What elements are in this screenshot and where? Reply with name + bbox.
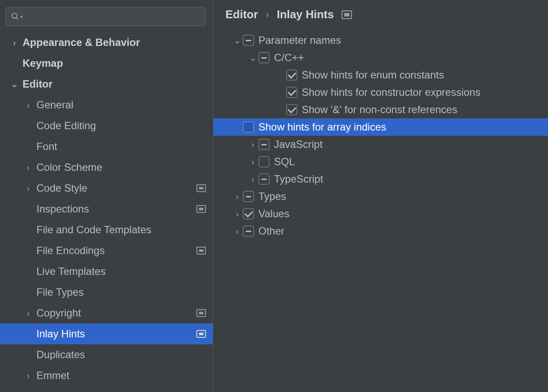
tree-item-label: Parameter names — [258, 34, 341, 46]
sidebar-item-label: Duplicates — [36, 349, 206, 361]
breadcrumb-separator-icon: › — [266, 9, 269, 20]
sidebar-item[interactable]: ›Color Scheme — [0, 157, 213, 178]
project-settings-icon — [196, 247, 206, 255]
sidebar-item[interactable]: Font — [0, 136, 213, 157]
sidebar-item[interactable]: File and Code Templates — [0, 219, 213, 240]
sidebar-item[interactable]: File Types — [0, 282, 213, 303]
checkbox[interactable] — [258, 52, 270, 63]
tree-item-label: Types — [258, 190, 286, 203]
sidebar-item[interactable]: Live Templates — [0, 261, 213, 282]
tree-row[interactable]: Show hints for constructor expressions — [232, 84, 548, 101]
tree-row[interactable]: ›Other — [232, 222, 548, 240]
tree-row[interactable]: ›Types — [232, 188, 548, 205]
checkbox[interactable] — [258, 173, 270, 185]
project-settings-icon — [196, 184, 206, 192]
tree-item-label: C/C++ — [274, 52, 304, 64]
tree-row[interactable]: ›SQL — [232, 153, 548, 170]
project-settings-icon — [196, 309, 206, 317]
sidebar-item-label: File and Code Templates — [36, 224, 206, 236]
sidebar-item-label: Emmet — [36, 369, 206, 382]
checkbox[interactable] — [258, 139, 270, 150]
checkbox[interactable] — [286, 69, 297, 81]
tree-item-label: Show hints for enum constants — [302, 69, 444, 81]
chevron-right-icon: › — [23, 163, 33, 173]
sidebar-item[interactable]: ›Emmet — [0, 365, 213, 386]
sidebar-item-label: Color Scheme — [36, 161, 206, 173]
sidebar-nav: ›Appearance & BehaviorKeymap⌄Editor›Gene… — [0, 30, 213, 392]
chevron-right-icon: › — [247, 157, 258, 167]
chevron-right-icon: › — [23, 308, 33, 318]
chevron-right-icon: › — [10, 38, 19, 48]
svg-line-1 — [16, 18, 18, 20]
sidebar-item[interactable]: ›Copyright — [0, 303, 213, 323]
tree-row[interactable]: Show hints for enum constants — [232, 66, 548, 84]
tree-item-label: Show hints for array indices — [258, 121, 386, 133]
chevron-down-icon: ⌄ — [232, 35, 243, 46]
sidebar-item-label: Inspections — [36, 203, 193, 215]
tree-row[interactable]: Show '&' for non-const references — [232, 101, 548, 118]
sidebar-item[interactable]: Code Editing — [0, 115, 213, 136]
checkbox[interactable] — [243, 121, 254, 133]
search-dropdown-icon: ▾ — [20, 14, 23, 19]
sidebar-item[interactable]: Inspections — [0, 199, 213, 219]
sidebar-item-label: Keymap — [23, 57, 206, 69]
checkbox[interactable] — [286, 104, 297, 115]
chevron-right-icon: › — [247, 140, 258, 150]
sidebar-item[interactable]: Duplicates — [0, 344, 213, 365]
chevron-right-icon: › — [232, 192, 243, 202]
tree-row[interactable]: ›TypeScript — [232, 170, 548, 188]
sidebar-item-label: Appearance & Behavior — [23, 36, 206, 49]
sidebar-item[interactable]: File Encodings — [0, 240, 213, 261]
sidebar-item-label: Font — [36, 140, 206, 153]
sidebar-item[interactable]: ›Appearance & Behavior — [0, 32, 213, 53]
chevron-right-icon: › — [23, 371, 33, 381]
project-settings-icon — [342, 10, 352, 19]
chevron-right-icon: › — [232, 209, 243, 219]
checkbox[interactable] — [243, 35, 254, 46]
chevron-right-icon: › — [23, 100, 33, 110]
breadcrumb: Editor › Inlay Hints — [225, 8, 548, 32]
sidebar-item-label: Editor — [23, 78, 206, 90]
sidebar-item-label: Live Templates — [36, 265, 206, 278]
search-icon — [11, 12, 20, 21]
sidebar-item[interactable]: ›Code Style — [0, 178, 213, 199]
sidebar-item-label: File Encodings — [36, 245, 193, 257]
sidebar-item-label: Code Style — [36, 182, 193, 194]
checkbox[interactable] — [258, 156, 270, 167]
tree-item-label: TypeScript — [274, 173, 323, 185]
sidebar-item-label: Inlay Hints — [36, 328, 193, 340]
tree-item-label: JavaScript — [274, 138, 323, 150]
checkbox[interactable] — [286, 87, 297, 98]
tree-row[interactable]: ⌄Parameter names — [232, 32, 548, 49]
tree-item-label: Other — [258, 225, 284, 237]
settings-sidebar: ▾ ›Appearance & BehaviorKeymap⌄Editor›Ge… — [0, 0, 213, 392]
sidebar-item[interactable]: Keymap — [0, 53, 213, 74]
breadcrumb-parent[interactable]: Editor — [225, 8, 258, 21]
tree-item-label: Show hints for constructor expressions — [302, 86, 480, 98]
tree-row[interactable]: ⌄C/C++ — [232, 49, 548, 66]
chevron-right-icon: › — [23, 183, 33, 193]
tree-item-label: Show '&' for non-const references — [302, 104, 457, 116]
checkbox[interactable] — [243, 225, 254, 237]
sidebar-search-wrap: ▾ — [0, 0, 213, 30]
main-panel: Editor › Inlay Hints ⌄Parameter names⌄C/… — [213, 0, 548, 392]
sidebar-item-label: General — [36, 99, 206, 111]
sidebar-item[interactable]: ⌄Editor — [0, 74, 213, 95]
sidebar-item[interactable]: Inlay Hints — [0, 323, 213, 344]
sidebar-item-label: Code Editing — [36, 120, 206, 132]
svg-point-0 — [12, 13, 17, 19]
sidebar-item[interactable]: ›General — [0, 95, 213, 115]
sidebar-item-label: Copyright — [36, 307, 193, 319]
sidebar-item-label: File Types — [36, 286, 206, 298]
tree-item-label: SQL — [274, 156, 295, 168]
checkbox[interactable] — [243, 208, 254, 219]
breadcrumb-current: Inlay Hints — [277, 8, 333, 21]
chevron-right-icon: › — [247, 174, 258, 184]
tree-row[interactable]: ›Values — [232, 205, 548, 222]
search-input[interactable]: ▾ — [5, 7, 206, 26]
tree-row[interactable]: Show hints for array indices — [213, 118, 548, 136]
checkbox[interactable] — [243, 191, 254, 202]
project-settings-icon — [196, 205, 206, 213]
tree-row[interactable]: ›JavaScript — [232, 136, 548, 153]
tree-item-label: Values — [258, 208, 290, 220]
